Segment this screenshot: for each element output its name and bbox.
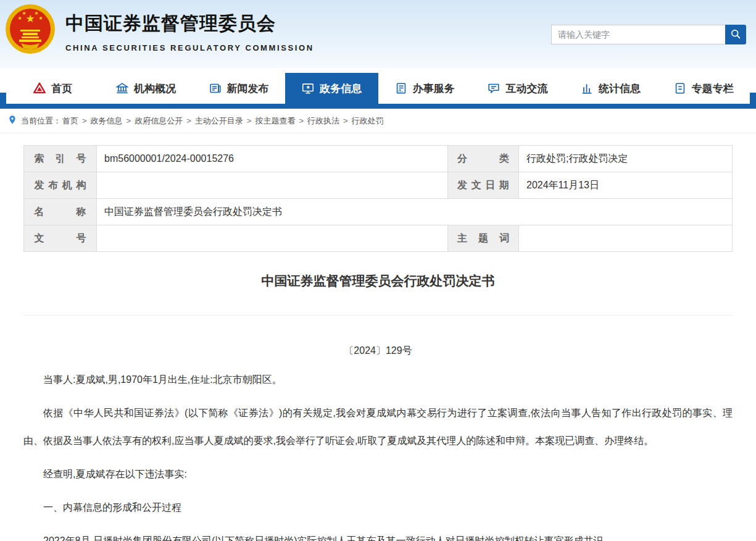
breadcrumb-items: 首页>政务信息>政府信息公开>主动公开目录>按主题查看>行政执法>行政处罚: [62, 115, 384, 127]
nav-item-label: 首页: [51, 82, 72, 96]
breadcrumb-link[interactable]: 按主题查看: [255, 116, 295, 125]
meta-value: 中国证券监督管理委员会行政处罚决定书: [97, 199, 733, 225]
nav-item-label: 统计信息: [599, 82, 641, 96]
nav-item-3[interactable]: 新闻发布: [192, 73, 285, 104]
search-box: [551, 25, 746, 44]
document-number: 〔2024〕129号: [23, 337, 733, 364]
breadcrumb-separator: >: [247, 116, 252, 125]
site-title: 中国证券监督管理委员会: [65, 11, 314, 36]
national-emblem-icon: ★ ★ ★ ★ ★: [5, 4, 56, 54]
nav-item-2[interactable]: 机构概况: [99, 73, 193, 104]
breadcrumb-link[interactable]: 主动公开目录: [195, 116, 243, 125]
chat-icon: [487, 82, 501, 95]
divider: [23, 315, 733, 316]
breadcrumb-link[interactable]: 政务信息: [91, 116, 123, 125]
nav-item-label: 政务信息: [320, 82, 362, 96]
meta-value: 行政处罚;行政处罚决定: [519, 146, 733, 172]
svg-text:★: ★: [17, 15, 22, 21]
nav-item-8[interactable]: 专题专栏: [657, 73, 750, 104]
meta-value: [97, 172, 448, 199]
meta-value: bm56000001/2024-00015276: [97, 146, 448, 172]
bank-icon: [115, 82, 129, 95]
nav-item-label: 专题专栏: [692, 82, 734, 96]
breadcrumb-link[interactable]: 行政执法: [307, 116, 339, 125]
nav-item-1[interactable]: 首页: [6, 73, 99, 104]
meta-label: 发文日期: [448, 172, 519, 199]
location-pin-icon: [7, 115, 21, 127]
meta-table-row: 文号主题词: [24, 225, 733, 252]
search-button[interactable]: [725, 25, 746, 44]
meta-table-row: 发布机构发文日期2024年11月13日: [24, 172, 733, 199]
site-header: ★ ★ ★ ★ ★ 中国证券监督管理委员会 CHINA SECURITIES R…: [0, 0, 756, 68]
doc-paragraph: 经查明,夏成斌存在以下违法事实:: [23, 460, 733, 488]
meta-label: 索引号: [24, 146, 97, 172]
meta-label: 文号: [24, 225, 97, 252]
doc-paragraph: 依据《中华人民共和国证券法》(以下简称《证券法》)的有关规定,我会对夏成斌内幕交…: [23, 399, 733, 455]
page-content: 索引号bm56000001/2024-00015276分类行政处罚;行政处罚决定…: [0, 145, 756, 541]
nav-item-label: 互动交流: [505, 82, 547, 96]
column-icon: [673, 82, 687, 95]
nav-item-7[interactable]: 统计信息: [564, 73, 657, 104]
meta-label: 分类: [448, 146, 519, 172]
nav-item-4[interactable]: ★ 政务信息: [285, 73, 378, 104]
nav-item-6[interactable]: 互动交流: [471, 73, 564, 104]
meta-value: [519, 225, 733, 252]
svg-text:★: ★: [306, 85, 310, 90]
search-icon: [729, 28, 742, 42]
search-input[interactable]: [551, 25, 725, 44]
breadcrumb-separator: >: [127, 116, 131, 125]
nav-item-label: 新闻发布: [227, 82, 269, 96]
meta-label: 发布机构: [24, 172, 97, 199]
nav-item-5[interactable]: 办事服务: [378, 73, 471, 104]
meta-value: 2024年11月13日: [519, 172, 733, 199]
breadcrumb-link[interactable]: 首页: [62, 116, 78, 125]
news-icon: [209, 82, 222, 95]
svg-text:★: ★: [22, 10, 26, 16]
document-body: 当事人:夏成斌,男,1970年1月出生,住址:北京市朝阳区。依据《中华人民共和国…: [23, 366, 733, 541]
breadcrumb-link[interactable]: 政府信息公开: [135, 116, 183, 125]
meta-label: 名称: [24, 199, 97, 225]
breadcrumb-prefix: 当前位置：: [21, 115, 61, 127]
csrc-logo-icon: [33, 82, 46, 95]
meta-label: 主题词: [448, 225, 519, 252]
site-subtitle: CHINA SECURITIES REGULATORY COMMISSION: [65, 43, 314, 52]
nav-item-label: 机构概况: [134, 82, 176, 96]
doc-paragraph: 当事人:夏成斌,男,1970年1月出生,住址:北京市朝阳区。: [23, 366, 733, 393]
breadcrumb-separator: >: [343, 116, 348, 125]
main-nav: 首页 机构概况 新闻发布 ★ 政务信息 办事服务 互动交流 统计信息 专题专栏: [6, 73, 750, 104]
meta-table-row: 索引号bm56000001/2024-00015276分类行政处罚;行政处罚决定: [24, 146, 733, 172]
svg-text:★: ★: [38, 15, 43, 21]
breadcrumb: 当前位置： 首页>政务信息>政府信息公开>主动公开目录>按主题查看>行政执法>行…: [0, 109, 756, 133]
monitor-icon: ★: [301, 82, 315, 95]
nav-accent-bar: [0, 104, 756, 109]
document-title: 中国证券监督管理委员会行政处罚决定书: [23, 272, 733, 290]
breadcrumb-separator: >: [82, 116, 87, 125]
breadcrumb-link[interactable]: 行政处罚: [352, 116, 384, 125]
meta-value: [97, 225, 448, 252]
breadcrumb-separator: >: [186, 116, 191, 125]
stats-icon: [580, 82, 594, 95]
services-icon: [394, 82, 408, 95]
doc-paragraph: 2022年8月,日播时尚集团股份有限公司(以下简称日播时尚)实际控制人王某东及其…: [23, 527, 733, 541]
nav-outer: 首页 机构概况 新闻发布 ★ 政务信息 办事服务 互动交流 统计信息 专题专栏: [0, 68, 756, 109]
nav-item-label: 办事服务: [413, 82, 455, 96]
meta-table-row: 名称中国证券监督管理委员会行政处罚决定书: [24, 199, 733, 225]
doc-paragraph: 一、内幕信息的形成和公开过程: [23, 493, 733, 521]
svg-text:★: ★: [25, 13, 35, 25]
meta-table: 索引号bm56000001/2024-00015276分类行政处罚;行政处罚决定…: [23, 145, 733, 252]
breadcrumb-separator: >: [299, 116, 304, 125]
